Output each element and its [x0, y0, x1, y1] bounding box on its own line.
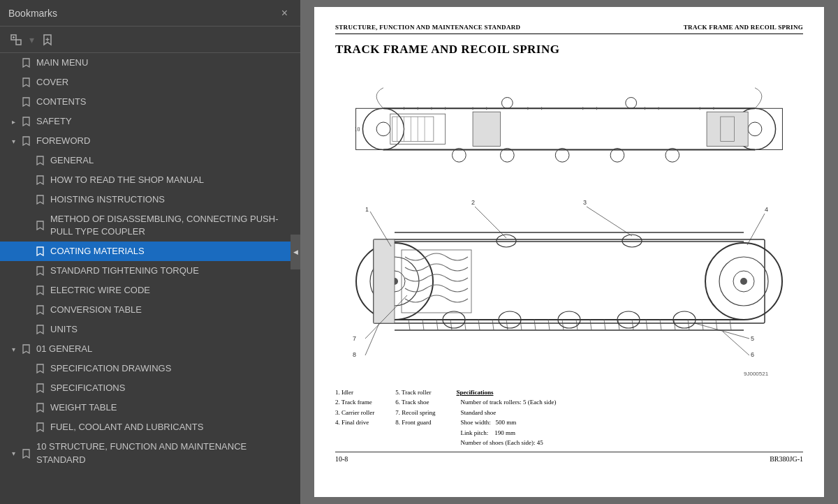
pdf-page-title: TRACK FRAME AND RECOIL SPRING: [335, 43, 803, 57]
legend-item-6: 6. Track shoe: [395, 397, 435, 407]
bookmark-icon-units: [35, 324, 45, 335]
svg-line-61: [478, 320, 480, 330]
svg-point-10: [748, 122, 762, 136]
svg-text:1: 1: [365, 206, 369, 213]
svg-line-57: [422, 320, 424, 330]
legend-item-1: 1. Idler: [335, 387, 374, 397]
bookmark-item-coating[interactable]: COATING MATERIALS: [0, 242, 300, 261]
svg-text:8: 8: [353, 351, 356, 358]
svg-line-73: [646, 320, 647, 330]
svg-line-79: [730, 320, 731, 330]
bookmark-item-how-to-read[interactable]: HOW TO READ THE SHOP MANUAL: [0, 170, 300, 190]
bookmark-item-standard-torque[interactable]: STANDARD TIGHTENING TORQUE: [0, 261, 300, 281]
bookmark-item-electric-wire[interactable]: ELECTRIC WIRE CODE: [0, 281, 300, 300]
expand-arrow-10-structure[interactable]: [8, 449, 18, 459]
bookmark-label-spec-drawings: SPECIFICATION DRAWINGS: [50, 363, 295, 375]
svg-point-13: [453, 148, 466, 162]
svg-point-18: [501, 98, 513, 109]
bookmarks-toolbar: ▾: [0, 27, 300, 53]
bookmark-item-specifications[interactable]: SPECIFICATIONS: [0, 378, 300, 398]
specs-title: Specifications: [456, 387, 556, 397]
bookmark-label-how-to-read: HOW TO READ THE SHOP MANUAL: [50, 175, 295, 186]
svg-point-8: [376, 122, 390, 136]
bookmark-icon-standard-torque: [35, 265, 45, 276]
bookmark-icon-specifications: [35, 383, 45, 394]
bookmarks-panel: Bookmarks × ▾ MAIN MENU COVER: [0, 0, 300, 504]
bookmark-item-01-general[interactable]: 01 GENERAL: [0, 339, 300, 359]
svg-line-62: [492, 320, 494, 330]
bookmark-item-units[interactable]: UNITS: [0, 320, 300, 339]
svg-line-56: [409, 320, 410, 330]
bookmark-icon-10-structure: [21, 448, 31, 459]
spec-shoe-count: Number of shoes (Each side): 45: [456, 438, 556, 447]
bookmark-item-contents[interactable]: CONTENTS: [0, 92, 300, 112]
panel-collapse-handle[interactable]: [291, 235, 300, 269]
svg-point-19: [626, 98, 637, 109]
svg-line-58: [436, 320, 438, 330]
bookmark-icon-electric-wire: [35, 285, 45, 296]
bookmark-label-method: METHOD OF DISASSEMBLING, CONNECTING PUSH…: [50, 213, 295, 238]
svg-point-53: [740, 278, 747, 285]
bookmark-item-general[interactable]: GENERAL: [0, 151, 300, 170]
bookmark-icon-hoisting: [35, 194, 45, 205]
bookmark-icon-weight-table: [35, 402, 45, 413]
bookmark-label-hoisting: HOISTING INSTRUCTIONS: [50, 194, 295, 206]
close-button[interactable]: ×: [277, 6, 292, 21]
spec-link-pitch: Link pitch: 190 mm: [456, 428, 556, 438]
pdf-panel: STRUCTURE, FUNCTION AND MAINTENANCE STAN…: [300, 0, 838, 504]
pdf-page: STRUCTURE, FUNCTION AND MAINTENANCE STAN…: [314, 7, 824, 497]
svg-point-86: [622, 235, 642, 247]
diagram-bottom-svg: 1 2 3 4 5: [332, 184, 807, 379]
expand-arrow-safety[interactable]: [8, 117, 18, 126]
svg-line-77: [702, 320, 703, 330]
svg-line-65: [534, 320, 536, 330]
svg-point-16: [610, 148, 624, 162]
bookmark-item-method[interactable]: METHOD OF DISASSEMBLING, CONNECTING PUSH…: [0, 209, 300, 242]
svg-line-72: [632, 320, 633, 330]
expand-all-button[interactable]: [7, 32, 25, 47]
bookmark-item-safety[interactable]: SAFETY: [0, 112, 300, 131]
bookmarks-header: Bookmarks ×: [0, 0, 300, 27]
svg-text:9J000521: 9J000521: [744, 371, 769, 377]
expand-arrow-01-general[interactable]: [8, 344, 18, 354]
bookmark-icon-conversion: [35, 304, 45, 316]
pdf-page-header: STRUCTURE, FUNCTION AND MAINTENANCE STAN…: [335, 24, 803, 34]
bookmark-icon-main-menu: [21, 57, 31, 68]
bookmark-label-weight-table: WEIGHT TABLE: [50, 402, 295, 414]
bookmark-item-fuel-coolant[interactable]: FUEL, COOLANT AND LUBRICANTS: [0, 417, 300, 437]
svg-line-69: [590, 320, 591, 330]
toolbar-divider: ▾: [29, 34, 34, 45]
svg-point-17: [666, 148, 679, 162]
svg-text:5: 5: [751, 335, 754, 342]
bookmark-item-spec-drawings[interactable]: SPECIFICATION DRAWINGS: [0, 359, 300, 378]
svg-text:4: 4: [765, 206, 768, 213]
bookmark-item-10-structure[interactable]: 10 STRUCTURE, FUNCTION AND MAINTENANCE S…: [0, 437, 300, 469]
bookmark-label-conversion: CONVERSION TABLE: [50, 304, 295, 316]
svg-line-94: [475, 207, 506, 238]
bookmark-label-foreword: FOREWORD: [36, 135, 295, 147]
svg-point-14: [500, 148, 514, 162]
spec-shoe-width: Shoe width: 500 mm: [456, 417, 556, 427]
svg-rect-1: [16, 40, 21, 45]
svg-rect-90: [374, 239, 395, 323]
bookmark-item-hoisting[interactable]: HOISTING INSTRUCTIONS: [0, 190, 300, 209]
svg-rect-35: [473, 112, 500, 146]
bookmark-icon-contents: [21, 96, 31, 108]
legend-item-8: 8. Front guard: [395, 417, 435, 427]
expand-arrow-foreword[interactable]: [8, 136, 18, 146]
bookmark-item-conversion[interactable]: CONVERSION TABLE: [0, 300, 300, 320]
bookmark-item-weight-table[interactable]: WEIGHT TABLE: [0, 398, 300, 417]
legend-section: 1. Idler 2. Track frame 3. Carrier rolle…: [335, 387, 803, 447]
bookmark-item-main-menu[interactable]: MAIN MENU: [0, 53, 300, 73]
svg-point-15: [555, 148, 569, 162]
specs-col: Specifications Number of track rollers: …: [456, 387, 556, 447]
bookmark-item-cover[interactable]: COVER: [0, 73, 300, 92]
svg-text:6: 6: [751, 351, 754, 358]
bookmark-add-button[interactable]: [38, 32, 57, 47]
bookmark-item-foreword[interactable]: FOREWORD: [0, 131, 300, 151]
svg-text:7: 7: [353, 335, 356, 342]
legend-col2: 5. Track roller 6. Track shoe 7. Recoil …: [395, 387, 435, 447]
svg-line-74: [660, 320, 661, 330]
bookmark-label-cover: COVER: [36, 77, 295, 89]
spec-rollers: Number of track rollers: 5 (Each side): [456, 397, 556, 407]
